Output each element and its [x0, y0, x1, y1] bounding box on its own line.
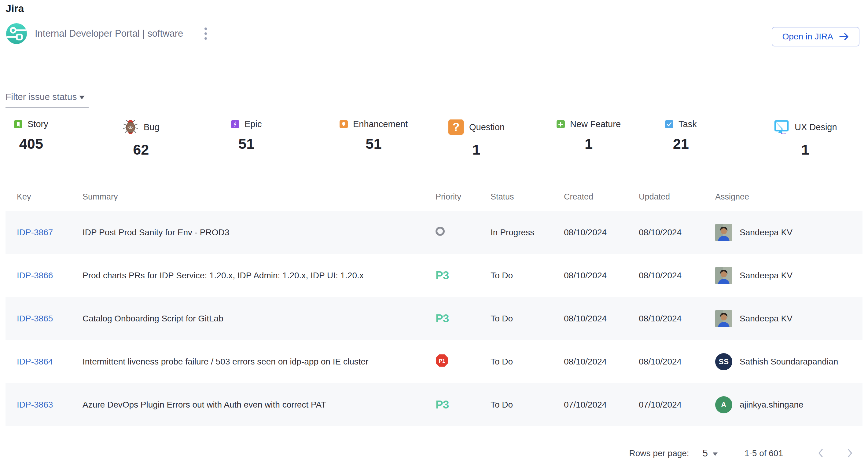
issue-created-date: 08/10/2024 [564, 357, 639, 367]
table-row: IDP-3865 Catalog Onboarding Script for G… [5, 297, 863, 340]
counter-count: 62 [123, 141, 159, 158]
issue-priority-cell [436, 227, 491, 238]
issue-updated-date: 08/10/2024 [639, 314, 715, 324]
counter-count: 51 [231, 135, 261, 152]
counter-label: Question [469, 122, 505, 132]
assignee-name: Sandeepa KV [740, 314, 793, 324]
issue-key-link[interactable]: IDP-3867 [17, 228, 53, 237]
chevron-right-icon[interactable] [844, 446, 856, 461]
assignee-name: Sathish Soundarapandian [740, 357, 838, 367]
issue-created-date: 08/10/2024 [564, 271, 639, 280]
caret-down-icon [713, 453, 718, 456]
avatar [715, 224, 732, 241]
assignee-cell: SS Sathish Soundarapandian [715, 353, 863, 370]
pagination-bar: Rows per page: 5 1-5 of 601 [629, 443, 856, 463]
assignee-name: Sandeepa KV [740, 228, 793, 237]
counter-count: 21 [665, 135, 697, 152]
counter-count: 1 [557, 135, 621, 152]
avatar: A [715, 396, 732, 413]
issue-key-link[interactable]: IDP-3865 [17, 314, 53, 323]
issue-priority-cell: P3 P3 [436, 312, 491, 325]
column-header-status: Status [491, 192, 564, 202]
counter-bug: </> Bug 62 [108, 119, 217, 158]
table-body: IDP-3867 IDP Post Prod Sanity for Env - … [5, 211, 863, 426]
issue-summary: Azure DevOps Plugin Errors out with Auth… [83, 400, 436, 410]
table-row: IDP-3867 IDP Post Prod Sanity for Env - … [5, 211, 863, 254]
counter-epic: Epic 51 [217, 119, 326, 158]
jira-plugin-card: Jira Internal Developer Portal | [0, 0, 868, 465]
chevron-left-icon[interactable] [815, 446, 827, 461]
issue-updated-date: 07/10/2024 [639, 400, 715, 410]
issue-status: To Do [491, 314, 564, 324]
avatar [715, 310, 732, 327]
issue-priority-cell: P1 P1 [436, 354, 491, 369]
column-header-key: Key [17, 192, 83, 202]
open-in-jira-label: Open in JIRA [782, 32, 833, 41]
issue-updated-date: 08/10/2024 [639, 228, 715, 237]
p3-priority-icon: P3 [436, 269, 449, 282]
counter-story: Story 405 [0, 119, 108, 158]
no-priority-ring-icon [436, 227, 445, 236]
enhancement-icon [340, 120, 348, 128]
rows-per-page-value: 5 [703, 448, 708, 459]
counter-label: Epic [245, 119, 261, 129]
column-header-summary: Summary [83, 192, 436, 202]
counter-count: 51 [340, 135, 408, 152]
issue-created-date: 08/10/2024 [564, 314, 639, 324]
issue-key-link[interactable]: IDP-3864 [17, 357, 53, 366]
filter-issue-status-select[interactable]: Filter issue status [5, 92, 89, 107]
issue-summary: IDP Post Prod Sanity for Env - PROD3 [83, 228, 436, 237]
table-row: IDP-3866 Prod charts PRs for IDP Service… [5, 254, 863, 297]
assignee-cell: Sandeepa KV [715, 224, 863, 241]
svg-text:P1: P1 [439, 358, 445, 364]
table-row: IDP-3864 Intermittent liveness probe fai… [5, 340, 863, 383]
counter-count: 1 [774, 141, 837, 158]
p3-priority-icon: P3 [436, 398, 449, 411]
svg-text:?: ? [452, 121, 459, 134]
open-in-jira-button[interactable]: Open in JIRA [772, 27, 860, 46]
assignee-cell: Sandeepa KV [715, 310, 863, 327]
issue-created-date: 08/10/2024 [564, 228, 639, 237]
arrow-right-icon [839, 33, 849, 41]
task-icon [665, 120, 673, 128]
jira-project-avatar-icon [6, 23, 27, 44]
svg-text:</>: </> [128, 125, 133, 130]
issue-status: In Progress [491, 228, 564, 237]
assignee-name: ajinkya.shingane [740, 400, 804, 410]
page-title: Jira [5, 2, 24, 14]
column-header-created: Created [564, 192, 639, 202]
new-feature-icon [557, 120, 565, 128]
filter-issue-status-label: Filter issue status [5, 92, 77, 102]
issue-updated-date: 08/10/2024 [639, 271, 715, 280]
issue-updated-date: 08/10/2024 [639, 357, 715, 367]
issue-status: To Do [491, 357, 564, 367]
issue-key-link[interactable]: IDP-3866 [17, 271, 53, 280]
counter-label: UX Design [795, 122, 837, 132]
column-header-assignee: Assignee [715, 192, 863, 202]
kebab-menu-icon[interactable] [200, 25, 211, 43]
issue-priority-cell: P3 P3 [436, 398, 491, 411]
counter-label: Story [28, 119, 48, 129]
issue-status: To Do [491, 400, 564, 410]
avatar [715, 267, 732, 284]
issue-key-link[interactable]: IDP-3863 [17, 400, 53, 409]
question-icon: ? [448, 119, 464, 135]
issue-summary: Intermittent liveness probe failure / 50… [83, 357, 436, 367]
p1-priority-icon: P1 [436, 354, 448, 367]
project-name: Internal Developer Portal | software [35, 28, 183, 39]
issues-table: Key Summary Priority Status Created Upda… [5, 183, 863, 426]
counter-label: New Feature [570, 119, 621, 129]
counter-question: ? Question 1 [434, 119, 542, 158]
p3-priority-icon: P3 [436, 312, 449, 325]
counter-label: Bug [144, 122, 159, 132]
rows-per-page-select[interactable]: 5 [701, 446, 719, 461]
table-header-row: Key Summary Priority Status Created Upda… [5, 183, 863, 211]
epic-icon [231, 120, 239, 128]
issue-summary: Prod charts PRs for IDP Service: 1.20.x,… [83, 271, 436, 280]
ux-design-icon [774, 119, 789, 135]
counter-count: 1 [448, 141, 505, 158]
counter-label: Task [679, 119, 697, 129]
table-row: IDP-3863 Azure DevOps Plugin Errors out … [5, 383, 863, 426]
issue-status: To Do [491, 271, 564, 280]
issue-priority-cell: P3 P3 [436, 269, 491, 282]
